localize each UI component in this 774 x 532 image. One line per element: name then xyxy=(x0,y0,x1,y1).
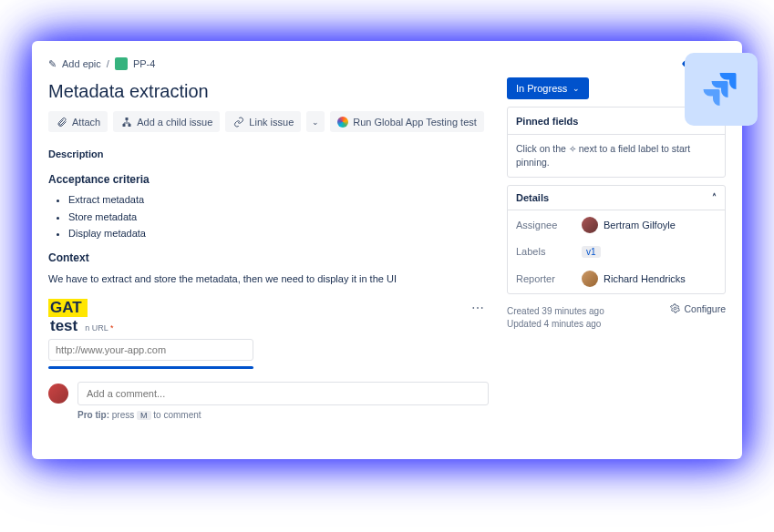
svg-rect-3 xyxy=(128,124,130,127)
list-item: Store metadata xyxy=(68,209,489,226)
comment-input[interactable] xyxy=(77,382,489,405)
label-chip[interactable]: v1 xyxy=(582,246,601,258)
url-input[interactable] xyxy=(48,339,253,361)
link-issue-button[interactable]: Link issue xyxy=(225,111,301,132)
chevron-down-icon: ⌄ xyxy=(312,118,319,127)
breadcrumb: ✎ Add epic / PP-4 xyxy=(48,57,155,70)
link-issue-dropdown[interactable]: ⌄ xyxy=(306,111,325,132)
pinned-fields-heading: Pinned fields xyxy=(516,116,578,127)
pinned-fields-hint: Click on the ✧ next to a field label to … xyxy=(508,135,725,177)
acceptance-criteria-list: Extract metadata Store metadata Display … xyxy=(48,191,489,242)
comment-protip: Pro tip: press M to comment xyxy=(77,410,489,420)
url-field-label: n URL * xyxy=(85,323,113,332)
run-gat-test-button[interactable]: Run Global App Testing test xyxy=(330,111,484,132)
chevron-down-icon: ⌄ xyxy=(573,84,580,93)
svg-point-4 xyxy=(675,307,677,310)
breadcrumb-sep: / xyxy=(107,58,109,69)
context-body: We have to extract and store the metadat… xyxy=(48,273,489,284)
more-icon[interactable]: ⋯ xyxy=(471,301,485,315)
acceptance-criteria-heading: Acceptance criteria xyxy=(48,173,489,186)
list-item: Extract metadata xyxy=(68,191,489,209)
svg-rect-1 xyxy=(125,118,128,120)
svg-rect-2 xyxy=(122,124,125,127)
created-timestamp: Created 39 minutes ago xyxy=(507,306,604,316)
details-panel-header[interactable]: Details ˄ xyxy=(508,186,725,210)
reporter-field[interactable]: Reporter Richard Hendricks xyxy=(508,264,725,293)
issue-type-icon xyxy=(115,57,128,70)
gat-test-form: ⋯ GAT test n URL * xyxy=(48,299,489,369)
list-item: Display metadata xyxy=(68,225,489,242)
gat-badge-line1: GAT xyxy=(48,299,88,317)
current-user-avatar xyxy=(48,384,68,404)
pencil-icon: ✎ xyxy=(48,58,57,70)
reporter-avatar xyxy=(582,271,598,287)
add-epic-link[interactable]: Add epic xyxy=(62,58,101,69)
issue-title[interactable]: Metadata extraction xyxy=(48,81,489,102)
assignee-avatar xyxy=(582,217,598,233)
gat-badge-line2: test xyxy=(48,317,83,335)
updated-timestamp: Updated 4 minutes ago xyxy=(507,319,604,329)
context-heading: Context xyxy=(48,251,489,264)
jira-badge xyxy=(685,53,758,126)
chevron-up-icon: ˄ xyxy=(712,192,717,202)
jira-icon xyxy=(699,67,743,111)
status-dropdown[interactable]: In Progress ⌄ xyxy=(507,77,589,99)
progress-bar xyxy=(48,366,253,369)
assignee-field[interactable]: Assignee Bertram Gilfoyle xyxy=(508,210,725,240)
labels-field[interactable]: Labels v1 xyxy=(508,240,725,264)
details-panel: Details ˄ Assignee Bertram Gilfoyle Labe… xyxy=(507,185,726,294)
add-child-issue-button[interactable]: Add a child issue xyxy=(113,111,220,132)
attach-button[interactable]: Attach xyxy=(48,111,108,132)
issue-key[interactable]: PP-4 xyxy=(133,58,155,69)
pin-icon: ✧ xyxy=(569,144,576,154)
description-heading: Description xyxy=(48,148,489,159)
paperclip-icon xyxy=(56,116,67,128)
gat-icon xyxy=(337,117,348,128)
link-icon xyxy=(232,116,244,128)
child-issue-icon xyxy=(120,116,132,128)
gear-icon xyxy=(670,303,680,313)
configure-button[interactable]: Configure xyxy=(670,303,726,314)
